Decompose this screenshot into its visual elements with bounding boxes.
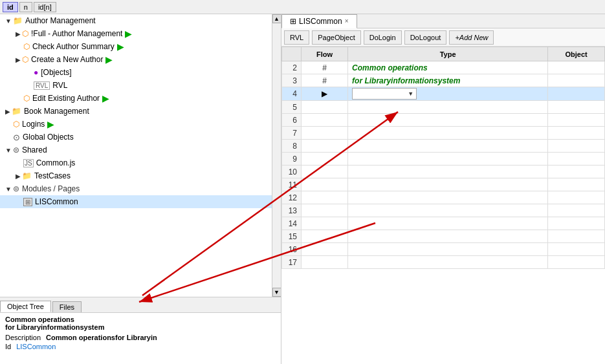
orange-icon: ⬡ bbox=[22, 29, 28, 38]
col-header-type[interactable]: Type bbox=[348, 47, 548, 61]
tree-label: [Objects] bbox=[41, 68, 71, 77]
tree-area[interactable]: ▼ 📁 Author Management ▶ ⬡ !Full - Author… bbox=[0, 14, 272, 297]
object-cell bbox=[548, 74, 605, 87]
tree-item-objects[interactable]: ● [Objects] bbox=[0, 66, 272, 79]
tree-item-create-new-author[interactable]: ▶ ⬡ Create a New Author ▶ bbox=[0, 53, 272, 66]
main-table-area[interactable]: Flow Type Object 2 # Common operations bbox=[281, 47, 605, 364]
table-row[interactable]: 16 bbox=[282, 243, 605, 256]
tab-close-button[interactable]: × bbox=[345, 17, 349, 25]
tree-item-test-cases[interactable]: ▶ 📁 TestCases bbox=[0, 169, 272, 182]
type-cell: Common operations bbox=[348, 61, 548, 74]
col-header-flow[interactable]: Flow bbox=[302, 47, 348, 61]
folder-icon: 📁 bbox=[22, 171, 32, 180]
object-cell bbox=[548, 230, 605, 243]
scroll-down-arrow[interactable]: ▼ bbox=[272, 288, 281, 297]
id-row: Id LISCommon bbox=[5, 343, 276, 350]
green-arrow-icon: ▶ bbox=[117, 41, 124, 52]
flow-cell: # bbox=[302, 61, 348, 74]
tree-scrollbar[interactable]: ▲ ▼ bbox=[272, 14, 281, 297]
type-cell bbox=[348, 230, 548, 243]
tree-label: !Full - Author Management bbox=[31, 29, 122, 38]
row-num: 11 bbox=[282, 178, 302, 191]
col-header-object[interactable]: Object bbox=[548, 47, 605, 61]
tree-label: RVL bbox=[52, 81, 67, 90]
flow-cell: ▶ bbox=[302, 87, 348, 101]
object-cell bbox=[548, 114, 605, 127]
tree-item-book-management[interactable]: ▶ 📁 Book Management bbox=[0, 105, 272, 118]
do-logout-button[interactable]: DoLogout bbox=[404, 30, 447, 45]
table-row[interactable]: 12 bbox=[282, 191, 605, 204]
table-row[interactable]: 2 # Common operations bbox=[282, 61, 605, 74]
tab-liscommon[interactable]: ⊞ LISCommon × bbox=[281, 14, 357, 28]
flow-cell bbox=[302, 230, 348, 243]
row-num: 10 bbox=[282, 166, 302, 178]
table-row[interactable]: 17 bbox=[282, 256, 605, 269]
orange-icon: ⬡ bbox=[23, 42, 30, 51]
rvl-icon: RVL bbox=[34, 81, 50, 90]
dropdown-arrow-icon[interactable]: ▼ bbox=[408, 91, 413, 97]
type-cell-dropdown[interactable]: ▼ bbox=[348, 87, 548, 101]
row-num: 5 bbox=[282, 101, 302, 114]
type-cell bbox=[348, 191, 548, 204]
table-row[interactable]: 11 bbox=[282, 178, 605, 191]
tree-item-modules-pages[interactable]: ▼ ⊚ Modules / Pages bbox=[0, 182, 272, 195]
table-row[interactable]: 8 bbox=[282, 140, 605, 153]
tree-label: LISCommon bbox=[35, 197, 78, 206]
table-row[interactable]: 14 bbox=[282, 217, 605, 230]
dropdown-container: ▼ bbox=[352, 88, 544, 100]
add-new-button[interactable]: +Add New bbox=[449, 30, 494, 45]
tree-item-rvl[interactable]: RVL RVL bbox=[0, 79, 272, 92]
tree-label: Create a New Author bbox=[31, 55, 103, 64]
lis-icon: ⊞ bbox=[23, 198, 32, 206]
table-row[interactable]: 9 bbox=[282, 153, 605, 166]
table-row[interactable]: 13 bbox=[282, 204, 605, 217]
type-cell bbox=[348, 127, 548, 140]
rvl-button[interactable]: RVL bbox=[284, 30, 309, 45]
desc-row: Description Common operationsfor Library… bbox=[5, 334, 276, 341]
flow-cell bbox=[302, 178, 348, 191]
type-cell bbox=[348, 166, 548, 178]
tree-item-global-objects[interactable]: ⊙ Global Objects bbox=[0, 131, 272, 144]
do-login-button[interactable]: DoLogin bbox=[364, 30, 402, 45]
id-label: Id bbox=[5, 343, 11, 350]
scroll-up-arrow[interactable]: ▲ bbox=[272, 14, 281, 23]
table-row[interactable]: 3 # for Libraryinformationsystem bbox=[282, 74, 605, 87]
object-cell bbox=[548, 101, 605, 114]
type-cell bbox=[348, 204, 548, 217]
flow-cell bbox=[302, 166, 348, 178]
tree-item-edit-existing-author[interactable]: ⬡ Edit Existing Author ▶ bbox=[0, 92, 272, 105]
object-cell bbox=[548, 178, 605, 191]
tab-label: LISCommon bbox=[299, 17, 342, 26]
object-cell bbox=[548, 140, 605, 153]
orange-icon: ⬡ bbox=[23, 94, 30, 103]
shared-icon: ⊜ bbox=[13, 145, 19, 155]
flow-cell bbox=[302, 127, 348, 140]
row-num: 2 bbox=[282, 61, 302, 74]
tab-files[interactable]: Files bbox=[52, 301, 82, 312]
tree-item-common-js[interactable]: JS Common.js bbox=[0, 156, 272, 169]
tree-label: Book Management bbox=[24, 107, 89, 116]
table-row[interactable]: 5 bbox=[282, 101, 605, 114]
table-row[interactable]: 15 bbox=[282, 230, 605, 243]
bottom-tabs: Object Tree Files bbox=[0, 297, 281, 312]
expand-arrow: ▶ bbox=[16, 30, 21, 37]
tree-label: TestCases bbox=[34, 171, 71, 180]
tree-item-author-management[interactable]: ▼ 📁 Author Management bbox=[0, 14, 272, 27]
tree-item-logins[interactable]: ⬡ Logins ▶ bbox=[0, 118, 272, 131]
tree-item-full-author-management[interactable]: ▶ ⬡ !Full - Author Management ▶ bbox=[0, 27, 272, 40]
id-n-button[interactable]: id[n] bbox=[34, 2, 56, 12]
id-button[interactable]: id bbox=[3, 2, 18, 12]
table-row[interactable]: 6 bbox=[282, 114, 605, 127]
table-row[interactable]: 7 bbox=[282, 127, 605, 140]
n-button[interactable]: n bbox=[19, 2, 32, 12]
tree-item-liscommon[interactable]: ⊞ LISCommon bbox=[0, 195, 272, 208]
type-dropdown[interactable]: ▼ bbox=[352, 88, 417, 100]
page-object-button[interactable]: PageObject bbox=[312, 30, 360, 45]
expand-arrow: ▶ bbox=[5, 108, 10, 115]
table-row-selected[interactable]: 4 ▶ ▼ bbox=[282, 87, 605, 101]
tree-item-shared[interactable]: ▼ ⊜ Shared bbox=[0, 144, 272, 156]
purple-icon: ● bbox=[34, 68, 38, 77]
tree-item-check-author-summary[interactable]: ⬡ Check Author Summary ▶ bbox=[0, 40, 272, 53]
table-row[interactable]: 10 bbox=[282, 166, 605, 178]
tab-object-tree[interactable]: Object Tree bbox=[0, 301, 51, 312]
